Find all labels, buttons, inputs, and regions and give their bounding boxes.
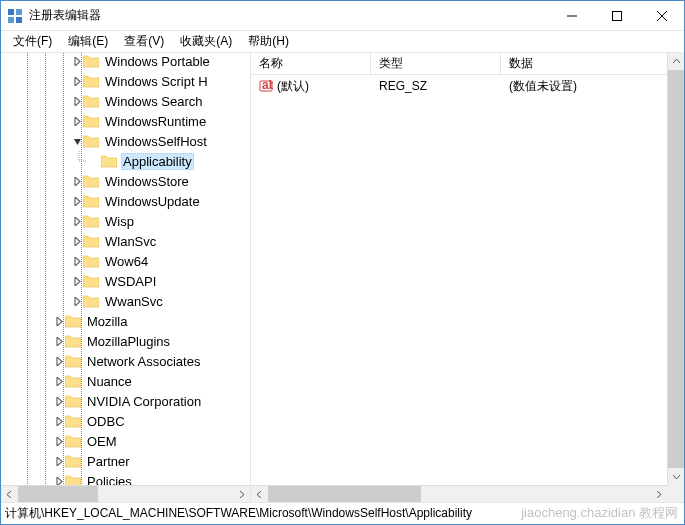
expander-closed-icon[interactable] — [53, 335, 65, 347]
value-name: (默认) — [277, 78, 309, 95]
expander-closed-icon[interactable] — [53, 455, 65, 467]
tree-node-label: WindowsStore — [103, 174, 191, 189]
scroll-left-button[interactable] — [251, 486, 268, 503]
tree-node[interactable]: Wisp — [1, 211, 212, 231]
tree-node[interactable]: NVIDIA Corporation — [1, 391, 212, 411]
tree-node[interactable]: WindowsUpdate — [1, 191, 212, 211]
value-data-cell: (数值未设置) — [501, 78, 684, 95]
scroll-right-button[interactable] — [650, 486, 667, 503]
expander-closed-icon[interactable] — [71, 255, 83, 267]
tree-node[interactable]: WindowsRuntime — [1, 111, 212, 131]
list-scroll-horizontal[interactable] — [251, 485, 667, 502]
expander-open-icon[interactable] — [71, 135, 83, 147]
expander-closed-icon[interactable] — [71, 95, 83, 107]
expander-closed-icon[interactable] — [71, 275, 83, 287]
tree-node[interactable]: ODBC — [1, 411, 212, 431]
tree-node[interactable]: WSDAPI — [1, 271, 212, 291]
tree-node-label: Policies — [85, 474, 134, 486]
tree-node-label: Applicability — [121, 153, 194, 170]
menu-view[interactable]: 查看(V) — [116, 31, 172, 52]
folder-icon — [83, 214, 99, 228]
scroll-left-button[interactable] — [1, 486, 18, 503]
tree-node[interactable]: Windows Search — [1, 91, 212, 111]
tree-scroll-horizontal[interactable] — [1, 485, 250, 502]
statusbar: 计算机\HKEY_LOCAL_MACHINE\SOFTWARE\Microsof… — [1, 502, 684, 524]
scroll-right-button[interactable] — [233, 486, 250, 503]
folder-icon — [101, 154, 117, 168]
expander-closed-icon[interactable] — [71, 195, 83, 207]
scroll-thumb-v[interactable] — [668, 70, 684, 468]
chevron-right-icon — [655, 491, 662, 498]
menu-edit[interactable]: 编辑(E) — [60, 31, 116, 52]
scroll-up-button[interactable] — [668, 53, 684, 70]
tree-node[interactable]: WindowsStore — [1, 171, 212, 191]
menu-help[interactable]: 帮助(H) — [240, 31, 297, 52]
registry-tree[interactable]: Windows PortableWindows Script HWindows … — [1, 53, 212, 485]
expander-closed-icon[interactable] — [71, 215, 83, 227]
col-type[interactable]: 类型 — [371, 53, 501, 74]
maximize-button[interactable] — [594, 1, 639, 30]
expander-closed-icon[interactable] — [71, 115, 83, 127]
tree-node[interactable]: Partner — [1, 451, 212, 471]
chevron-left-icon — [256, 491, 263, 498]
tree-node[interactable]: Windows Script H — [1, 71, 212, 91]
value-row[interactable]: ab(默认)REG_SZ(数值未设置) — [251, 77, 684, 95]
list-header: 名称 类型 数据 — [251, 53, 684, 75]
tree-node[interactable]: WindowsSelfHost — [1, 131, 212, 151]
menubar: 文件(F) 编辑(E) 查看(V) 收藏夹(A) 帮助(H) — [1, 31, 684, 53]
folder-icon — [83, 194, 99, 208]
expander-closed-icon[interactable] — [53, 355, 65, 367]
folder-icon — [65, 454, 81, 468]
expander-closed-icon[interactable] — [53, 315, 65, 327]
expander-closed-icon[interactable] — [53, 415, 65, 427]
folder-icon — [83, 54, 99, 68]
expander-closed-icon[interactable] — [53, 395, 65, 407]
tree-node-label: WSDAPI — [103, 274, 158, 289]
string-value-icon: ab — [259, 79, 273, 93]
tree-node[interactable]: Windows Portable — [1, 53, 212, 71]
list-scroll-vertical[interactable] — [667, 53, 684, 485]
tree-node[interactable]: Policies — [1, 471, 212, 485]
menu-file[interactable]: 文件(F) — [5, 31, 60, 52]
expander-closed-icon[interactable] — [53, 375, 65, 387]
folder-icon — [83, 114, 99, 128]
tree-node[interactable]: WlanSvc — [1, 231, 212, 251]
scroll-down-button[interactable] — [668, 468, 684, 485]
status-path: 计算机\HKEY_LOCAL_MACHINE\SOFTWARE\Microsof… — [5, 505, 472, 522]
window-title: 注册表编辑器 — [29, 7, 549, 24]
app-icon — [7, 8, 23, 24]
tree-node[interactable]: Mozilla — [1, 311, 212, 331]
folder-icon — [83, 74, 99, 88]
tree-node[interactable]: WwanSvc — [1, 291, 212, 311]
expander-closed-icon[interactable] — [71, 175, 83, 187]
minimize-button[interactable] — [549, 1, 594, 30]
expander-closed-icon[interactable] — [71, 75, 83, 87]
expander-closed-icon[interactable] — [53, 475, 65, 485]
tree-node[interactable]: Wow64 — [1, 251, 212, 271]
close-icon — [657, 11, 667, 21]
tree-node[interactable]: Network Associates — [1, 351, 212, 371]
expander-closed-icon[interactable] — [71, 55, 83, 67]
menu-fav[interactable]: 收藏夹(A) — [172, 31, 240, 52]
folder-icon — [83, 254, 99, 268]
scroll-thumb-h[interactable] — [18, 486, 98, 502]
tree-node-label: Wow64 — [103, 254, 150, 269]
tree-node[interactable]: OEM — [1, 431, 212, 451]
scroll-thumb-h[interactable] — [268, 486, 421, 502]
tree-node[interactable]: Applicability — [1, 151, 212, 171]
expander-closed-icon[interactable] — [71, 295, 83, 307]
tree-node-label: MozillaPlugins — [85, 334, 172, 349]
close-button[interactable] — [639, 1, 684, 30]
expander-closed-icon[interactable] — [71, 235, 83, 247]
tree-node-label: Windows Portable — [103, 54, 212, 69]
tree-node-label: WindowsSelfHost — [103, 134, 209, 149]
col-data[interactable]: 数据 — [501, 53, 684, 74]
chevron-left-icon — [6, 491, 13, 498]
col-name[interactable]: 名称 — [251, 53, 371, 74]
tree-node-label: Nuance — [85, 374, 134, 389]
expander-none — [89, 155, 101, 167]
tree-node[interactable]: Nuance — [1, 371, 212, 391]
value-name-cell: ab(默认) — [251, 78, 371, 95]
tree-node[interactable]: MozillaPlugins — [1, 331, 212, 351]
expander-closed-icon[interactable] — [53, 435, 65, 447]
